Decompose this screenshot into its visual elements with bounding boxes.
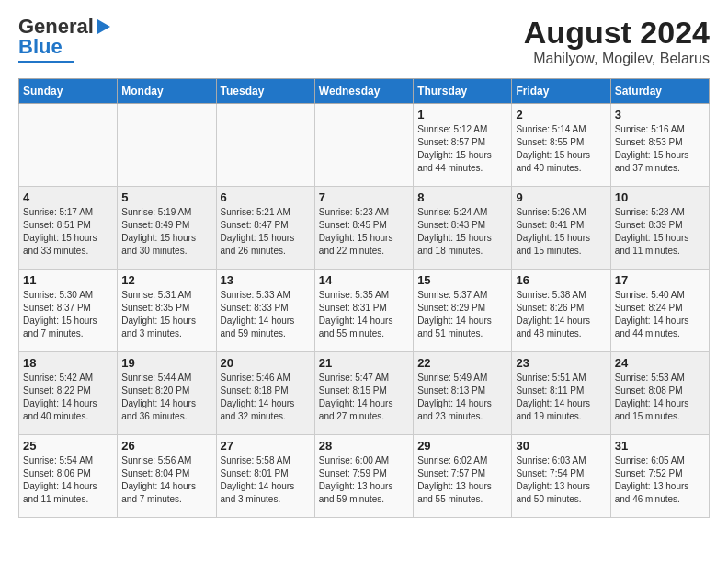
day-info: Sunrise: 5:12 AM Sunset: 8:57 PM Dayligh… (417, 123, 507, 175)
page-subtitle: Mahilyow, Mogilev, Belarus (524, 51, 710, 67)
calendar-cell: 7Sunrise: 5:23 AM Sunset: 8:45 PM Daylig… (314, 187, 413, 270)
calendar-week-row: 1Sunrise: 5:12 AM Sunset: 8:57 PM Daylig… (19, 104, 710, 187)
day-info: Sunrise: 5:21 AM Sunset: 8:47 PM Dayligh… (221, 206, 311, 258)
calendar-cell: 16Sunrise: 5:38 AM Sunset: 8:26 PM Dayli… (512, 270, 610, 352)
day-info: Sunrise: 5:35 AM Sunset: 8:31 PM Dayligh… (319, 289, 409, 340)
col-saturday: Saturday (610, 79, 709, 104)
day-info: Sunrise: 5:24 AM Sunset: 8:43 PM Dayligh… (417, 206, 507, 258)
day-info: Sunrise: 5:40 AM Sunset: 8:24 PM Dayligh… (615, 289, 705, 340)
calendar-cell: 28Sunrise: 6:00 AM Sunset: 7:59 PM Dayli… (314, 435, 413, 518)
logo-blue-text: Blue (18, 35, 63, 59)
day-number: 30 (516, 439, 606, 453)
day-number: 28 (319, 439, 409, 453)
col-thursday: Thursday (414, 79, 512, 104)
day-number: 19 (121, 356, 211, 370)
col-friday: Friday (512, 79, 610, 104)
calendar-week-row: 25Sunrise: 5:54 AM Sunset: 8:06 PM Dayli… (19, 435, 710, 518)
col-wednesday: Wednesday (314, 79, 413, 104)
calendar-cell: 4Sunrise: 5:17 AM Sunset: 8:51 PM Daylig… (19, 187, 118, 270)
day-number: 15 (417, 273, 507, 287)
calendar-cell: 11Sunrise: 5:30 AM Sunset: 8:37 PM Dayli… (19, 270, 118, 352)
calendar-cell: 27Sunrise: 5:58 AM Sunset: 8:01 PM Dayli… (216, 435, 314, 518)
day-number: 8 (417, 190, 507, 204)
calendar-cell: 3Sunrise: 5:16 AM Sunset: 8:53 PM Daylig… (610, 104, 709, 187)
col-monday: Monday (118, 79, 216, 104)
calendar-cell: 5Sunrise: 5:19 AM Sunset: 8:49 PM Daylig… (118, 187, 216, 270)
calendar-cell: 15Sunrise: 5:37 AM Sunset: 8:29 PM Dayli… (414, 270, 512, 352)
day-number: 1 (417, 108, 507, 121)
day-info: Sunrise: 5:33 AM Sunset: 8:33 PM Dayligh… (221, 289, 311, 340)
day-info: Sunrise: 5:31 AM Sunset: 8:35 PM Dayligh… (121, 289, 211, 340)
calendar-cell: 26Sunrise: 5:56 AM Sunset: 8:04 PM Dayli… (118, 435, 216, 518)
calendar-cell: 24Sunrise: 5:53 AM Sunset: 8:08 PM Dayli… (610, 352, 709, 435)
calendar-week-row: 11Sunrise: 5:30 AM Sunset: 8:37 PM Dayli… (19, 270, 710, 352)
logo: General Blue (18, 15, 110, 63)
day-number: 2 (516, 108, 606, 121)
day-number: 16 (516, 273, 606, 287)
day-number: 21 (319, 356, 409, 370)
calendar-week-row: 4Sunrise: 5:17 AM Sunset: 8:51 PM Daylig… (19, 187, 710, 270)
day-info: Sunrise: 5:54 AM Sunset: 8:06 PM Dayligh… (23, 454, 113, 506)
day-info: Sunrise: 5:44 AM Sunset: 8:20 PM Dayligh… (121, 372, 211, 423)
day-info: Sunrise: 6:03 AM Sunset: 7:54 PM Dayligh… (516, 454, 606, 506)
day-info: Sunrise: 6:05 AM Sunset: 7:52 PM Dayligh… (615, 454, 705, 506)
calendar-cell: 12Sunrise: 5:31 AM Sunset: 8:35 PM Dayli… (118, 270, 216, 352)
page-title: August 2024 (524, 15, 710, 51)
day-info: Sunrise: 5:30 AM Sunset: 8:37 PM Dayligh… (23, 289, 113, 340)
day-number: 3 (615, 108, 705, 121)
day-info: Sunrise: 5:19 AM Sunset: 8:49 PM Dayligh… (121, 206, 211, 258)
day-info: Sunrise: 5:28 AM Sunset: 8:39 PM Dayligh… (615, 206, 705, 258)
day-number: 31 (615, 439, 705, 453)
calendar-cell: 10Sunrise: 5:28 AM Sunset: 8:39 PM Dayli… (610, 187, 709, 270)
day-number: 11 (23, 273, 113, 287)
day-number: 12 (121, 273, 211, 287)
day-number: 4 (23, 190, 113, 204)
calendar-cell: 2Sunrise: 5:14 AM Sunset: 8:55 PM Daylig… (512, 104, 610, 187)
day-number: 26 (121, 439, 211, 453)
day-number: 6 (221, 190, 311, 204)
day-number: 7 (319, 190, 409, 204)
day-number: 22 (417, 356, 507, 370)
day-number: 18 (23, 356, 113, 370)
day-info: Sunrise: 5:58 AM Sunset: 8:01 PM Dayligh… (221, 454, 311, 506)
day-info: Sunrise: 6:02 AM Sunset: 7:57 PM Dayligh… (417, 454, 507, 506)
calendar-cell: 22Sunrise: 5:49 AM Sunset: 8:13 PM Dayli… (414, 352, 512, 435)
day-info: Sunrise: 5:47 AM Sunset: 8:15 PM Dayligh… (319, 372, 409, 423)
day-info: Sunrise: 5:23 AM Sunset: 8:45 PM Dayligh… (319, 206, 409, 258)
day-number: 24 (615, 356, 705, 370)
day-info: Sunrise: 5:16 AM Sunset: 8:53 PM Dayligh… (615, 123, 705, 175)
calendar-cell: 20Sunrise: 5:46 AM Sunset: 8:18 PM Dayli… (216, 352, 314, 435)
logo-underline (18, 61, 74, 63)
day-info: Sunrise: 5:56 AM Sunset: 8:04 PM Dayligh… (121, 454, 211, 506)
day-number: 5 (121, 190, 211, 204)
calendar-cell: 9Sunrise: 5:26 AM Sunset: 8:41 PM Daylig… (512, 187, 610, 270)
calendar-cell: 25Sunrise: 5:54 AM Sunset: 8:06 PM Dayli… (19, 435, 118, 518)
calendar-cell (314, 104, 413, 187)
calendar-cell: 23Sunrise: 5:51 AM Sunset: 8:11 PM Dayli… (512, 352, 610, 435)
calendar-cell (118, 104, 216, 187)
calendar-cell: 31Sunrise: 6:05 AM Sunset: 7:52 PM Dayli… (610, 435, 709, 518)
day-info: Sunrise: 5:53 AM Sunset: 8:08 PM Dayligh… (615, 372, 705, 423)
day-number: 25 (23, 439, 113, 453)
calendar-cell: 21Sunrise: 5:47 AM Sunset: 8:15 PM Dayli… (314, 352, 413, 435)
day-info: Sunrise: 5:46 AM Sunset: 8:18 PM Dayligh… (221, 372, 311, 423)
calendar-cell (216, 104, 314, 187)
day-number: 20 (221, 356, 311, 370)
day-info: Sunrise: 5:42 AM Sunset: 8:22 PM Dayligh… (23, 372, 113, 423)
day-info: Sunrise: 5:37 AM Sunset: 8:29 PM Dayligh… (417, 289, 507, 340)
day-info: Sunrise: 5:38 AM Sunset: 8:26 PM Dayligh… (516, 289, 606, 340)
title-block: August 2024 Mahilyow, Mogilev, Belarus (524, 15, 710, 67)
logo-arrow-icon (97, 19, 110, 34)
col-sunday: Sunday (19, 79, 118, 104)
calendar-cell: 18Sunrise: 5:42 AM Sunset: 8:22 PM Dayli… (19, 352, 118, 435)
page-container: General Blue August 2024 Mahilyow, Mogil… (0, 0, 728, 536)
calendar-cell: 6Sunrise: 5:21 AM Sunset: 8:47 PM Daylig… (216, 187, 314, 270)
day-number: 27 (221, 439, 311, 453)
day-number: 10 (615, 190, 705, 204)
calendar-cell: 19Sunrise: 5:44 AM Sunset: 8:20 PM Dayli… (118, 352, 216, 435)
calendar-cell: 1Sunrise: 5:12 AM Sunset: 8:57 PM Daylig… (414, 104, 512, 187)
day-number: 9 (516, 190, 606, 204)
day-info: Sunrise: 6:00 AM Sunset: 7:59 PM Dayligh… (319, 454, 409, 506)
calendar-cell: 14Sunrise: 5:35 AM Sunset: 8:31 PM Dayli… (314, 270, 413, 352)
calendar-cell: 29Sunrise: 6:02 AM Sunset: 7:57 PM Dayli… (414, 435, 512, 518)
